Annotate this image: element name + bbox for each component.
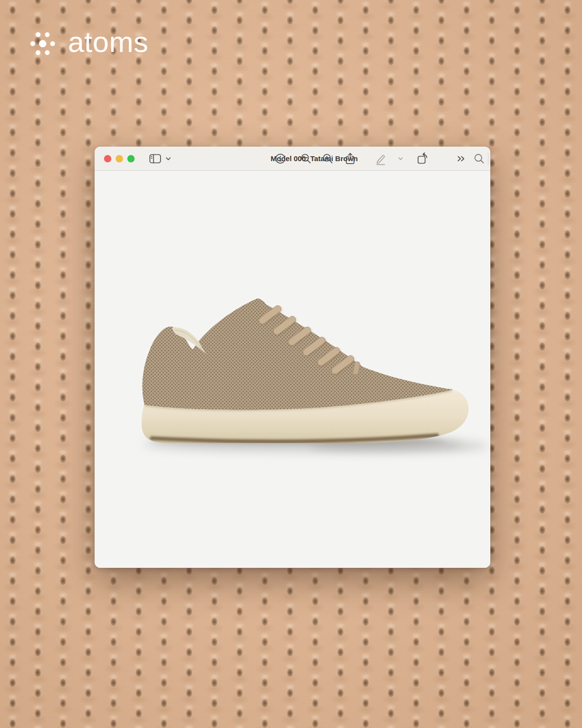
- search-button[interactable]: [471, 150, 487, 167]
- markup-button[interactable]: [372, 150, 389, 167]
- shoe-upper: [143, 298, 453, 410]
- traffic-light-minimize[interactable]: [116, 155, 123, 162]
- traffic-light-zoom[interactable]: [128, 155, 135, 162]
- toolbar-divider: [488, 153, 488, 165]
- more-toolbar-button[interactable]: [453, 150, 470, 167]
- search-icon: [473, 152, 485, 165]
- info-icon: [274, 152, 287, 165]
- preview-window: Model 000: Tatami Brown: [95, 147, 490, 568]
- sidebar-icon: [149, 152, 162, 165]
- traffic-light-close[interactable]: [104, 155, 112, 162]
- zoom-out-icon: [300, 152, 312, 165]
- markup-pencil-icon: [374, 152, 387, 165]
- page-background: { "brand": { "logo_text": "atoms", "logo…: [0, 0, 582, 728]
- double-chevron-icon: [455, 152, 468, 165]
- zoom-in-button[interactable]: [320, 150, 336, 167]
- document-canvas: [95, 171, 490, 568]
- chevron-down-icon: [165, 155, 172, 162]
- info-button[interactable]: [272, 150, 289, 167]
- sidebar-toggle-button[interactable]: [147, 150, 163, 167]
- window-titlebar[interactable]: Model 000: Tatami Brown: [95, 147, 490, 171]
- brand-logo-text: atoms: [68, 28, 148, 57]
- share-button[interactable]: [342, 150, 358, 167]
- title-disclosure-button[interactable]: [163, 150, 173, 167]
- zoom-out-button[interactable]: [298, 150, 314, 167]
- brand-logo: atoms: [30, 29, 148, 58]
- markup-disclosure-button[interactable]: [396, 150, 405, 167]
- zoom-in-icon: [322, 152, 334, 165]
- share-icon: [344, 152, 356, 165]
- atom-dots-icon: [30, 31, 55, 56]
- rotate-icon: [416, 152, 429, 165]
- product-image: [95, 171, 490, 568]
- rotate-button[interactable]: [414, 150, 431, 167]
- markup-chevron-icon: [397, 155, 404, 162]
